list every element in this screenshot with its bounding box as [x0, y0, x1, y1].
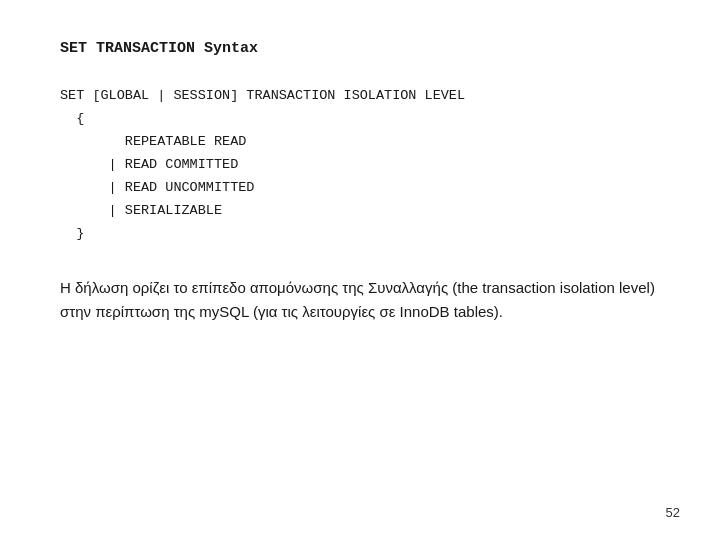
code-line-6: | SERIALIZABLE — [60, 200, 660, 223]
code-line-5: | READ UNCOMMITTED — [60, 177, 660, 200]
code-block: SET [GLOBAL | SESSION] TRANSACTION ISOLA… — [60, 85, 660, 246]
page-title: SET TRANSACTION Syntax — [60, 40, 660, 57]
code-line-3: REPEATABLE READ — [60, 131, 660, 154]
page: SET TRANSACTION Syntax SET [GLOBAL | SES… — [0, 0, 720, 540]
code-line-1: SET [GLOBAL | SESSION] TRANSACTION ISOLA… — [60, 85, 660, 108]
code-line-2: { — [60, 108, 660, 131]
page-number: 52 — [666, 505, 680, 520]
code-line-7: } — [60, 223, 660, 246]
code-line-4: | READ COMMITTED — [60, 154, 660, 177]
description-text: Η δήλωση ορίζει το επίπεδο απομόνωσης τη… — [60, 276, 660, 324]
